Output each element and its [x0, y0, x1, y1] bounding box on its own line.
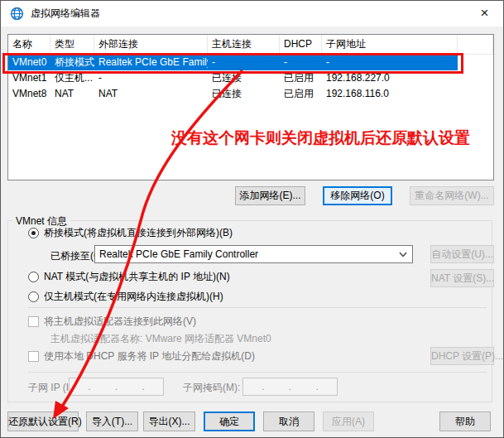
nat-settings-button[interactable]: NAT 设置(S)...	[430, 269, 494, 287]
bridged-mode-radio[interactable]: 桥接模式(将虚拟机直接连接到外部网络)(B)	[28, 226, 233, 240]
cell-name: VMnet1	[8, 70, 50, 86]
add-network-button[interactable]: 添加网络(E)...	[235, 186, 305, 205]
divider	[28, 307, 487, 308]
host-only-mode-radio[interactable]: 仅主机模式(在专用网络内连接虚拟机)(H)	[28, 290, 223, 304]
network-list[interactable]: 名称 类型 外部连接 主机连接 DHCP 子网地址 VMnet0 桥接模式 Re…	[7, 34, 494, 180]
cancel-button[interactable]: 取消	[263, 412, 314, 431]
adapter-name-text: 主机虚拟适配器名称: VMware 网络适配器 VMnet0	[50, 332, 271, 346]
network-globe-icon	[10, 7, 24, 21]
cell-external: Realtek PCIe GbE Family Co...	[94, 55, 208, 70]
radio-on-icon	[28, 228, 39, 238]
header-cell-name: 名称	[8, 35, 50, 55]
header-cell-filler	[458, 35, 493, 55]
local-dhcp-checkbox[interactable]: 使用本地 DHCP 服务将 IP 地址分配给虚拟机(D)	[28, 349, 255, 363]
header-cell-dhcp: DHCP	[280, 35, 322, 55]
restore-defaults-button[interactable]: 还原默认设置(R)	[7, 412, 79, 431]
network-row-vmnet0[interactable]: VMnet0 桥接模式 Realtek PCIe GbE Family Co..…	[8, 55, 458, 70]
cell-subnet: 192.168.227.0	[322, 70, 458, 86]
header-cell-subnet: 子网地址	[322, 35, 458, 55]
connect-host-adapter-checkbox[interactable]: 将主机虚拟适配器连接到此网络(V)	[28, 315, 196, 329]
cell-type: NAT	[50, 86, 94, 102]
checkbox-icon	[28, 351, 39, 362]
apply-button[interactable]: 应用(A)	[323, 412, 374, 431]
divider	[28, 372, 487, 373]
cell-type: 桥接模式	[50, 55, 94, 70]
import-button[interactable]: 导入(T)...	[86, 412, 138, 431]
header-cell-host: 主机连接	[208, 35, 280, 55]
header-cell-external: 外部连接	[94, 35, 208, 55]
cell-subnet: -	[322, 55, 458, 70]
header-cell-type: 类型	[50, 35, 94, 55]
bridged-radio-label: 桥接模式(将虚拟机直接连接到外部网络)(B)	[44, 226, 233, 240]
bridged-adapter-select[interactable]: Realtek PCIe GbE Family Controller	[94, 245, 413, 263]
cell-host: 已连接	[208, 70, 280, 86]
dhcp-checkbox-label: 使用本地 DHCP 服务将 IP 地址分配给虚拟机(D)	[44, 349, 255, 363]
close-icon: ×	[481, 5, 489, 22]
network-row-vmnet1[interactable]: VMnet1 仅主机... - 已连接 已启用 192.168.227.0	[8, 70, 458, 86]
virtual-network-editor-window: 虚拟网络编辑器 × 名称 类型 外部连接 主机连接 DHCP 子网地址 VMne…	[0, 0, 504, 438]
bridged-adapter-value: Realtek PCIe GbE Family Controller	[99, 248, 258, 260]
auto-settings-button[interactable]: 自动设置(U)...	[430, 245, 494, 263]
subnet-mask-label: 子网掩码(M):	[183, 381, 240, 395]
cell-name: VMnet8	[8, 86, 50, 102]
checkbox-icon	[28, 316, 39, 327]
remove-network-button[interactable]: 移除网络(O)	[323, 186, 392, 205]
connect-adapter-label: 将主机虚拟适配器连接到此网络(V)	[44, 315, 196, 329]
cell-external: NAT	[94, 86, 208, 102]
nat-radio-label: NAT 模式(与虚拟机共享主机的 IP 地址)(N)	[44, 270, 230, 284]
cell-dhcp: 已启用	[280, 70, 322, 86]
subnet-ip-input[interactable]: . . .	[69, 378, 164, 396]
host-only-radio-label: 仅主机模式(在专用网络内连接虚拟机)(H)	[44, 290, 223, 304]
list-header: 名称 类型 外部连接 主机连接 DHCP 子网地址	[8, 35, 493, 55]
chevron-down-icon	[399, 252, 407, 258]
close-button[interactable]: ×	[466, 1, 503, 26]
cell-type: 仅主机...	[50, 70, 94, 86]
radio-off-icon	[28, 272, 39, 282]
cell-host: -	[208, 55, 280, 70]
rename-network-button[interactable]: 重命名网络(W)...	[410, 186, 494, 205]
cell-subnet: 192.168.116.0	[322, 86, 458, 102]
subnet-ip-label: 子网 IP (I):	[28, 381, 74, 395]
cell-external: -	[94, 70, 208, 86]
export-button[interactable]: 导出(X)...	[143, 412, 195, 431]
titlebar: 虚拟网络编辑器 ×	[1, 1, 503, 26]
cell-dhcp: -	[280, 55, 322, 70]
network-row-vmnet8[interactable]: VMnet8 NAT NAT 已连接 已启用 192.168.116.0	[8, 86, 458, 102]
window-title: 虚拟网络编辑器	[31, 7, 100, 21]
subnet-mask-input[interactable]: . . .	[242, 378, 338, 396]
dhcp-settings-button[interactable]: DHCP 设置(P)...	[430, 347, 494, 365]
ok-button[interactable]: 确定	[204, 412, 255, 431]
cell-dhcp: 已启用	[280, 86, 322, 102]
help-button[interactable]: 帮助	[439, 412, 491, 431]
cell-host: 已连接	[208, 86, 280, 102]
nat-mode-radio[interactable]: NAT 模式(与虚拟机共享主机的 IP 地址)(N)	[28, 270, 230, 284]
cell-name: VMnet0	[8, 55, 50, 70]
radio-off-icon	[28, 291, 39, 302]
